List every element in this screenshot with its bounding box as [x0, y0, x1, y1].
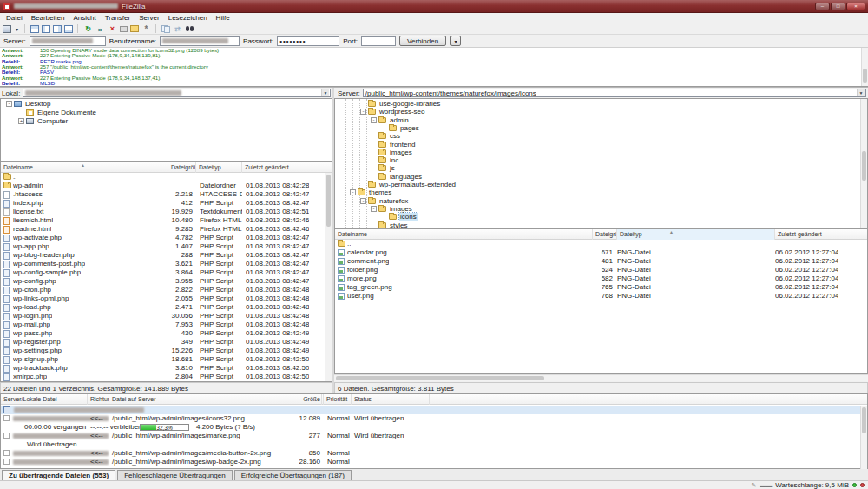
column-header-modified[interactable]: Zuletzt geändert [775, 229, 868, 240]
server-input[interactable] [30, 36, 106, 46]
settings-icon[interactable]: * [141, 24, 151, 34]
file-row[interactable]: wp-load.php2.471PHP Script01.08.2013 08:… [1, 303, 325, 312]
queue-scrollbar[interactable] [860, 406, 867, 469]
username-input[interactable] [160, 36, 240, 46]
toggle-message-log-icon[interactable] [30, 25, 39, 33]
file-row[interactable]: wp-comments-post.php3.621PHP Script01.08… [1, 260, 325, 268]
remote-file-list[interactable]: Dateiname Dateigröße Dateityp Zuletzt ge… [334, 228, 868, 374]
file-row[interactable]: wp-settings.php15.226PHP Script01.08.201… [1, 347, 325, 355]
menu-item-ansicht[interactable]: Ansicht [69, 14, 100, 22]
file-row[interactable]: wp-login.php30.056PHP Script01.08.2013 0… [1, 312, 325, 320]
column-header-priority[interactable]: Priorität [324, 394, 352, 405]
tree-item-label[interactable]: admin [389, 116, 410, 124]
toggle-local-tree-icon[interactable] [42, 25, 50, 33]
tree-item-naturefox[interactable]: -naturefox [335, 197, 867, 205]
tree-item-label[interactable]: naturefox [378, 197, 409, 205]
expander-icon[interactable]: - [371, 117, 377, 123]
file-row[interactable]: wp-signup.php18.681PHP Script01.08.2013 … [1, 355, 325, 364]
column-header-modified[interactable]: Zuletzt geändert [242, 162, 332, 173]
queue-tab[interactable]: Zu übertragende Dateien (553) [2, 470, 115, 480]
remote-list-hscrollbar[interactable] [334, 374, 868, 381]
queue-row-status[interactable]: Wird übertragen [1, 440, 860, 449]
site-manager-dropdown-icon[interactable]: ▾ [14, 24, 20, 34]
open-directory-icon[interactable] [130, 25, 139, 32]
remote-tree-scrollbar[interactable] [860, 99, 867, 228]
process-queue-icon[interactable]: ▸▸ [95, 24, 105, 34]
log-scrollbar[interactable] [861, 48, 868, 86]
tree-item-inc[interactable]: inc [335, 156, 867, 164]
synchronized-browsing-icon[interactable]: ⇄ [173, 24, 182, 34]
tree-item-label[interactable]: Desktop [24, 100, 51, 108]
tree-item-Eigene Dokumente[interactable]: Eigene Dokumente [1, 109, 332, 116]
menu-item-datei[interactable]: Datei [2, 14, 27, 22]
expander-icon[interactable]: - [371, 206, 377, 212]
file-row[interactable]: wp-adminDateiordner01.08.2013 08:42:28 [1, 182, 325, 190]
file-row[interactable]: .. [1, 173, 325, 182]
file-row[interactable]: calendar.png671PNG-Datei06.02.2012 12:27… [335, 248, 867, 257]
tree-item-label[interactable]: images [389, 149, 413, 156]
checkbox-icon[interactable] [3, 433, 10, 439]
file-row[interactable]: wp-cron.php2.822PHP Script01.08.2013 08:… [1, 286, 325, 294]
tree-item-label[interactable]: frontend [389, 141, 416, 149]
tree-item-frontend[interactable]: frontend [335, 141, 867, 149]
tree-item-label[interactable]: themes [368, 188, 392, 196]
menu-item-transfer[interactable]: Transfer [101, 14, 135, 22]
file-row[interactable]: wp-config-sample.php3.864PHP Script01.08… [1, 268, 325, 277]
tree-item-label[interactable]: Eigene Dokumente [36, 109, 97, 116]
column-header-direction[interactable]: Richtung [88, 394, 109, 405]
tree-item-admin[interactable]: -admin [335, 116, 867, 124]
title-bar[interactable]: FileZilla – □ × [0, 0, 868, 13]
cancel-icon[interactable]: × [108, 24, 117, 34]
tree-item-wp-permalauts-extended[interactable]: wp-permalauts-extended [335, 181, 867, 188]
password-input[interactable]: •••••••• [277, 36, 339, 46]
local-directory-tree[interactable]: -DesktopEigene Dokumente+Computer [0, 98, 332, 162]
queue-row-file[interactable]: <<--/public_html/wp-admin/images/wp-badg… [1, 458, 860, 466]
column-header-name[interactable]: Dateiname [335, 229, 593, 240]
menu-item-server[interactable]: Server [135, 14, 164, 22]
close-button[interactable]: × [846, 3, 865, 10]
local-list-scrollbar[interactable] [325, 173, 332, 382]
remote-path-combobox[interactable]: /public_html/wp-content/themes/naturefox… [363, 89, 866, 97]
tree-item-Computer[interactable]: +Computer [1, 117, 332, 125]
chevron-down-icon[interactable]: ▼ [321, 89, 329, 96]
column-header-type[interactable]: Dateityp [617, 229, 775, 240]
file-row[interactable]: wp-mail.php7.953PHP Script01.08.2013 08:… [1, 320, 325, 329]
expander-icon[interactable]: + [18, 118, 24, 124]
file-row[interactable]: license.txt19.929Textdokument01.08.2013 … [1, 208, 325, 216]
directory-compare-icon[interactable] [161, 25, 170, 33]
menu-item-hilfe[interactable]: Hilfe [212, 14, 234, 22]
chevron-down-icon[interactable]: ▼ [857, 89, 865, 96]
quickconnect-button[interactable]: Verbinden [399, 36, 446, 46]
tree-item-label[interactable]: Computer [36, 117, 69, 125]
column-header-type[interactable]: Dateityp [196, 162, 242, 173]
file-row[interactable]: wp-trackback.php3.810PHP Script01.08.201… [1, 364, 325, 373]
tree-item-label[interactable]: languages [389, 173, 423, 181]
queue-row-file[interactable]: <<--/public_html/wp-admin/images/icons32… [1, 414, 860, 423]
quickconnect-dropdown[interactable]: ▾ [450, 36, 461, 46]
expander-icon[interactable]: - [6, 101, 12, 107]
column-header-size[interactable]: Größe [296, 394, 324, 405]
file-row[interactable]: liesmich.html10.480Firefox HTML ...01.08… [1, 216, 325, 225]
tree-item-label[interactable]: images [389, 205, 413, 213]
menu-item-bearbeiten[interactable]: Bearbeiten [27, 14, 69, 22]
checkbox-icon[interactable] [3, 415, 10, 421]
tree-item-themes[interactable]: -themes [335, 188, 867, 196]
tree-item-label[interactable]: pages [399, 124, 420, 132]
file-row[interactable]: wp-config.php3.955PHP Script01.08.2013 0… [1, 277, 325, 286]
column-header-size[interactable]: Dateigröße [593, 229, 617, 240]
tree-item-js[interactable]: js [335, 164, 867, 172]
tree-item-images[interactable]: images [335, 149, 867, 156]
queue-row-file[interactable]: <<--/public_html/wp-admin/images/marke.p… [1, 432, 860, 440]
expander-icon[interactable]: - [360, 109, 366, 115]
file-row[interactable]: wp-activate.php4.782PHP Script01.08.2013… [1, 234, 325, 242]
expander-icon[interactable]: - [360, 198, 366, 204]
queue-row-file[interactable]: <<--/public_html/wp-admin/images/media-b… [1, 449, 860, 458]
file-row[interactable]: user.png768PNG-Datei06.02.2012 12:27:04 [335, 292, 867, 301]
file-row[interactable]: wp-blog-header.php288PHP Script01.08.201… [1, 251, 325, 260]
file-row[interactable]: wp-links-opml.php2.055PHP Script01.08.20… [1, 294, 325, 303]
file-row[interactable]: folder.png524PNG-Datei06.02.2012 12:27:0… [335, 266, 867, 274]
tree-item-images[interactable]: -images [335, 205, 867, 213]
queue-tab[interactable]: Erfolgreiche Übertragungen (187) [234, 470, 352, 480]
file-row[interactable]: .. [335, 240, 867, 248]
minimize-button[interactable]: – [815, 3, 830, 10]
